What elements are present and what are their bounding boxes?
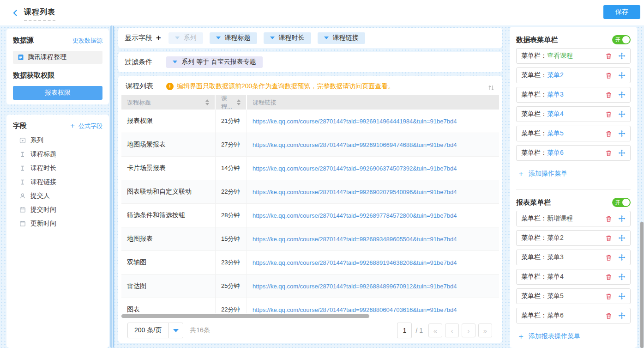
course-title-cell: 卡片场景报表 — [121, 157, 216, 180]
menu-item-name[interactable]: 新增课程 — [547, 214, 573, 223]
menu-toggle-switch[interactable]: 开 — [612, 35, 631, 44]
course-link[interactable]: https://ke.qq.com/course/2870144?taid=99… — [253, 306, 457, 313]
course-link[interactable]: https://ke.qq.com/course/2870144?taid=99… — [253, 165, 457, 172]
filter-condition-chip[interactable]: 系列 等于 百宝云报表专题 — [166, 56, 263, 68]
move-icon[interactable] — [618, 110, 626, 118]
course-table: 课程标题课程...课程链接 报表权限21分钟https://ke.qq.com/… — [121, 95, 499, 313]
menu-item-name[interactable]: 菜单5 — [547, 292, 564, 300]
menu-item-name[interactable]: 菜单3 — [547, 91, 564, 99]
course-title-cell: 报表权限 — [121, 110, 216, 133]
page-size-caret[interactable] — [168, 323, 183, 338]
course-link[interactable]: https://ke.qq.com/course/2870144?taid=99… — [253, 236, 457, 243]
trash-icon[interactable] — [605, 150, 612, 157]
current-page-box[interactable]: 1 — [397, 323, 412, 338]
move-icon[interactable] — [618, 312, 626, 319]
menu-item-name[interactable]: 菜单4 — [547, 110, 564, 118]
warning-icon: ! — [166, 83, 174, 90]
menu-item-name[interactable]: 菜单6 — [547, 149, 564, 157]
datasource-name: 腾讯课程整理 — [28, 53, 66, 61]
course-link[interactable]: https://ke.qq.com/course/2870144?taid=99… — [253, 259, 457, 266]
trash-icon[interactable] — [605, 312, 612, 319]
panel-divider-scrollbar[interactable] — [110, 25, 114, 348]
display-field-chip-系列[interactable]: 系列 — [169, 32, 203, 44]
menu-toggle-switch[interactable]: 开 — [612, 198, 631, 207]
menu-item-name[interactable]: 菜单3 — [547, 253, 564, 262]
move-icon[interactable] — [618, 72, 626, 79]
field-item-提交人[interactable]: 提交人 — [13, 189, 102, 203]
move-icon[interactable] — [618, 130, 626, 137]
first-page-button[interactable]: « — [428, 324, 442, 337]
field-item-课程标题[interactable]: 课程标题 — [13, 147, 102, 161]
move-icon[interactable] — [618, 91, 626, 98]
display-field-chip-课程标题[interactable]: 课程标题 — [210, 32, 257, 44]
menu-item-name[interactable]: 菜单5 — [547, 129, 564, 138]
datasource-item[interactable]: 腾讯课程整理 — [13, 51, 102, 64]
field-item-系列[interactable]: 系列 — [13, 134, 102, 147]
add-display-field-icon[interactable]: + — [156, 33, 161, 43]
sort-order-button[interactable] — [485, 81, 498, 94]
chevron-down-icon — [270, 37, 275, 39]
move-icon[interactable] — [618, 215, 626, 222]
page-vertical-scrollbar[interactable] — [640, 222, 644, 348]
course-link[interactable]: https://ke.qq.com/course/2870144?taid=99… — [253, 141, 457, 148]
column-header-2[interactable]: 课程... — [216, 95, 247, 110]
field-item-课程链接[interactable]: 课程链接 — [13, 175, 102, 189]
trash-icon[interactable] — [605, 92, 612, 98]
menu-item-name[interactable]: 菜单2 — [547, 71, 564, 79]
course-link[interactable]: https://ke.qq.com/course/2870144?taid=99… — [253, 212, 457, 219]
last-page-button[interactable]: » — [478, 324, 492, 337]
trash-icon[interactable] — [605, 293, 612, 300]
trash-icon[interactable] — [605, 72, 612, 79]
text-icon — [19, 165, 26, 171]
move-icon[interactable] — [618, 149, 626, 157]
menu-section-header: 数据表菜单栏开 — [516, 35, 631, 44]
trash-icon[interactable] — [605, 215, 612, 222]
menu-item-name[interactable]: 菜单6 — [547, 311, 564, 320]
add-menu-link[interactable]: ＋添加操作菜单 — [517, 168, 631, 179]
move-icon[interactable] — [618, 273, 626, 281]
course-duration-cell: 21分钟 — [216, 110, 247, 133]
field-item-提交时间[interactable]: 提交时间 — [13, 203, 102, 217]
sort-arrows-icon[interactable] — [237, 99, 241, 105]
trash-icon[interactable] — [605, 235, 612, 242]
field-item-label: 课程标题 — [30, 150, 56, 159]
next-page-button[interactable]: › — [462, 324, 475, 337]
menu-item-菜单2: 菜单栏：菜单2 — [516, 67, 631, 83]
top-bar: 课程列表 保存 — [0, 0, 644, 25]
move-icon[interactable] — [618, 293, 626, 300]
move-icon[interactable] — [618, 254, 626, 261]
trash-icon[interactable] — [605, 130, 612, 137]
course-link[interactable]: https://ke.qq.com/course/2870144?taid=99… — [253, 189, 457, 195]
report-permission-button[interactable]: 报表权限 — [13, 86, 102, 100]
trash-icon[interactable] — [605, 111, 612, 118]
change-datasource-link[interactable]: 更改数据源 — [72, 37, 102, 45]
add-formula-field-link[interactable]: ＋ 公式字段 — [69, 121, 102, 131]
trash-icon[interactable] — [605, 53, 612, 60]
back-button[interactable] — [9, 7, 21, 19]
plus-icon: ＋ — [517, 331, 525, 342]
course-duration-cell: 23分钟 — [216, 251, 247, 274]
move-icon[interactable] — [618, 234, 626, 242]
add-menu-link[interactable]: ＋添加报表操作菜单 — [517, 331, 631, 342]
menu-item-name[interactable]: 菜单4 — [547, 273, 564, 281]
course-link[interactable]: https://ke.qq.com/course/2870144?taid=99… — [253, 118, 457, 125]
sort-arrows-icon[interactable] — [205, 99, 209, 105]
menu-item-name[interactable]: 查看课程 — [547, 52, 573, 60]
column-header-1[interactable]: 课程标题 — [121, 95, 216, 110]
save-button[interactable]: 保存 — [603, 5, 640, 19]
course-link[interactable]: https://ke.qq.com/course/2870144?taid=99… — [253, 283, 457, 290]
field-item-课程时长[interactable]: 课程时长 — [13, 161, 102, 175]
table-body: 报表权限21分钟https://ke.qq.com/course/2870144… — [121, 110, 499, 313]
prev-page-button[interactable]: ‹ — [445, 324, 459, 337]
trash-icon[interactable] — [605, 274, 612, 281]
field-item-更新时间[interactable]: 更新时间 — [13, 217, 102, 231]
trash-icon[interactable] — [605, 254, 612, 261]
display-field-chip-课程链接[interactable]: 课程链接 — [318, 32, 365, 44]
horizontal-scrollbar[interactable] — [121, 314, 369, 318]
display-field-chip-课程时长[interactable]: 课程时长 — [264, 32, 311, 44]
course-title-cell: 雷达图 — [121, 275, 216, 298]
move-icon[interactable] — [618, 52, 626, 60]
field-item-label: 课程时长 — [30, 164, 56, 172]
menu-item-name[interactable]: 菜单2 — [547, 234, 564, 242]
page-size-select[interactable]: 200 条/页 — [127, 323, 183, 338]
